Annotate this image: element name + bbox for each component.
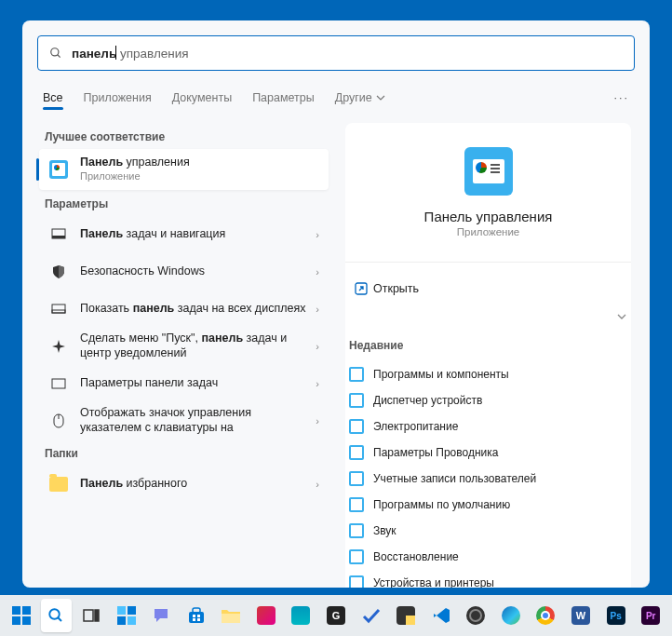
recent-item[interactable]: Диспетчер устройств xyxy=(345,387,631,413)
control-panel-mini-icon xyxy=(349,497,364,512)
chevron-down-icon xyxy=(376,93,385,102)
control-panel-mini-icon xyxy=(349,393,364,408)
tb-taskview[interactable] xyxy=(75,599,107,632)
tb-todo[interactable] xyxy=(356,599,387,632)
search-input-text: панель управления xyxy=(72,46,623,61)
recent-item[interactable]: Электропитание xyxy=(345,413,631,440)
control-panel-mini-icon xyxy=(349,445,364,460)
tb-photoshop[interactable]: Ps xyxy=(600,599,632,632)
svg-rect-20 xyxy=(117,616,126,625)
svg-rect-13 xyxy=(22,616,31,625)
recent-heading: Недавние xyxy=(349,339,631,352)
control-panel-mini-icon xyxy=(349,367,364,382)
best-match-heading: Лучшее соответствие xyxy=(45,130,329,143)
control-panel-icon xyxy=(48,159,69,180)
detail-title: Панель управления xyxy=(424,209,553,224)
recent-item[interactable]: Звук xyxy=(345,518,631,544)
control-panel-mini-icon xyxy=(349,523,364,538)
recent-item[interactable]: Программы и компоненты xyxy=(345,361,631,387)
tb-premiere[interactable]: Pr xyxy=(635,599,666,632)
search-field[interactable]: панель управления xyxy=(37,35,635,71)
tb-app-g[interactable]: G xyxy=(320,599,352,632)
tab-apps[interactable]: Приложения xyxy=(84,91,152,104)
tb-search[interactable] xyxy=(41,599,73,632)
tab-all[interactable]: Все xyxy=(43,91,63,104)
tb-vscode[interactable] xyxy=(425,599,457,632)
tab-more[interactable]: Другие xyxy=(335,91,385,104)
recent-item[interactable]: Параметры Проводника xyxy=(345,440,631,466)
open-action[interactable]: Открыть xyxy=(345,272,631,305)
recent-item[interactable]: Восстановление xyxy=(345,544,631,570)
svg-rect-3 xyxy=(52,236,65,238)
monitor-icon xyxy=(50,301,67,318)
svg-rect-12 xyxy=(12,616,20,625)
control-panel-hero-icon xyxy=(464,147,513,196)
svg-rect-25 xyxy=(197,615,200,617)
folder-result-0[interactable]: Панель избранного › xyxy=(39,466,329,503)
tb-obs[interactable] xyxy=(461,599,492,632)
tb-start[interactable] xyxy=(6,599,37,632)
svg-rect-23 xyxy=(193,608,200,613)
settings-result-1[interactable]: Безопасность Windows › xyxy=(39,253,329,291)
tb-app-b[interactable] xyxy=(286,599,317,632)
tb-chat[interactable] xyxy=(145,599,177,632)
chevron-right-icon: › xyxy=(316,378,319,389)
rect-icon xyxy=(50,375,67,392)
control-panel-mini-icon xyxy=(349,549,364,564)
tb-app-a[interactable] xyxy=(250,599,282,632)
filter-tabs: Все Приложения Документы Параметры Други… xyxy=(22,82,650,114)
control-panel-mini-icon xyxy=(349,575,364,588)
detail-subtitle: Приложение xyxy=(457,226,519,237)
taskbar-icon xyxy=(50,226,67,243)
settings-result-2[interactable]: Показать панель задач на всех дисплеях › xyxy=(39,291,329,328)
svg-rect-22 xyxy=(189,612,204,623)
svg-rect-4 xyxy=(52,304,65,313)
open-icon xyxy=(349,282,373,295)
svg-rect-5 xyxy=(52,310,65,313)
settings-result-5[interactable]: Отображать значок управления указателем … xyxy=(39,402,329,440)
sparkle-icon xyxy=(50,338,67,355)
tb-explorer[interactable] xyxy=(215,599,247,632)
chevron-right-icon: › xyxy=(316,304,319,315)
chevron-right-icon: › xyxy=(316,479,319,490)
best-match-result[interactable]: Панель управления Приложение xyxy=(39,149,329,190)
control-panel-mini-icon xyxy=(349,419,364,434)
tb-edge[interactable] xyxy=(495,599,527,632)
svg-rect-26 xyxy=(193,618,195,621)
shield-icon xyxy=(50,264,67,280)
recent-item[interactable]: Устройства и принтеры xyxy=(345,570,631,588)
folder-icon xyxy=(49,477,68,492)
recent-item[interactable]: Учетные записи пользователей xyxy=(345,466,631,492)
tb-word[interactable]: W xyxy=(565,599,597,632)
control-panel-mini-icon xyxy=(349,471,364,486)
svg-rect-17 xyxy=(95,610,99,621)
start-menu-panel: панель управления Все Приложения Докумен… xyxy=(22,20,650,588)
svg-rect-10 xyxy=(12,606,20,615)
taskbar: G W Ps Pr xyxy=(0,595,672,636)
settings-result-0[interactable]: Панель задач и навигация › xyxy=(39,216,329,253)
recent-item[interactable]: Программы по умолчанию xyxy=(345,492,631,518)
svg-rect-6 xyxy=(52,379,65,388)
svg-rect-11 xyxy=(22,606,31,615)
folders-heading: Папки xyxy=(45,447,329,460)
svg-point-14 xyxy=(50,609,60,619)
svg-rect-18 xyxy=(117,606,126,615)
tb-store[interactable] xyxy=(181,599,212,632)
settings-result-4[interactable]: Параметры панели задач › xyxy=(39,365,329,402)
tab-settings[interactable]: Параметры xyxy=(252,91,315,104)
settings-result-3[interactable]: Сделать меню "Пуск", панель задач и цент… xyxy=(39,328,329,365)
mouse-icon xyxy=(50,413,67,429)
results-column: Лучшее соответствие Панель управления Пр… xyxy=(22,123,336,588)
svg-line-1 xyxy=(58,55,60,58)
svg-point-0 xyxy=(51,48,59,56)
overflow-button[interactable]: ··· xyxy=(614,91,629,104)
svg-rect-27 xyxy=(197,618,200,621)
tb-chrome[interactable] xyxy=(531,599,562,632)
tb-widgets[interactable] xyxy=(111,599,142,632)
tab-docs[interactable]: Документы xyxy=(172,91,232,104)
expand-down-button[interactable] xyxy=(345,305,631,328)
tb-notes[interactable] xyxy=(390,599,422,632)
svg-line-15 xyxy=(59,617,62,621)
svg-rect-28 xyxy=(222,614,240,623)
chevron-right-icon: › xyxy=(316,341,319,352)
